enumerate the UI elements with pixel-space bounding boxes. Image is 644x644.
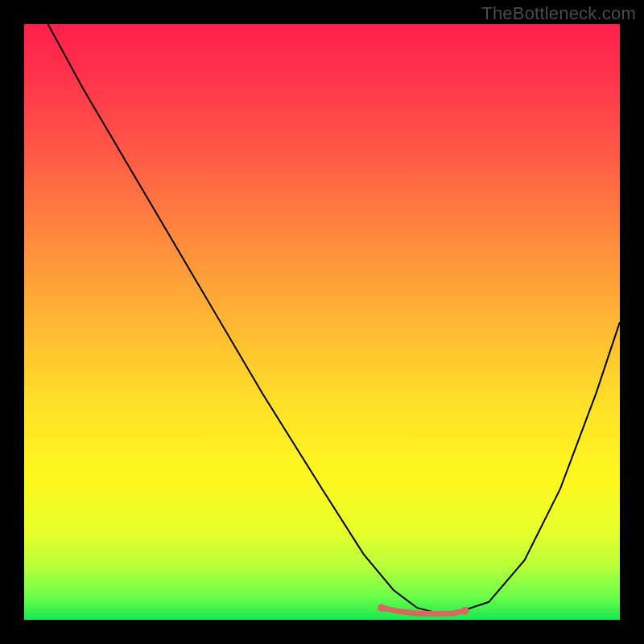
trough-endpoint-right: [461, 607, 469, 615]
trough-endpoint-left: [378, 604, 386, 612]
black-curve: [48, 24, 620, 614]
chart-frame: TheBottleneck.com: [0, 0, 644, 644]
plot-area: [24, 24, 620, 620]
watermark-text: TheBottleneck.com: [481, 3, 636, 24]
curve-layer: [24, 24, 620, 620]
